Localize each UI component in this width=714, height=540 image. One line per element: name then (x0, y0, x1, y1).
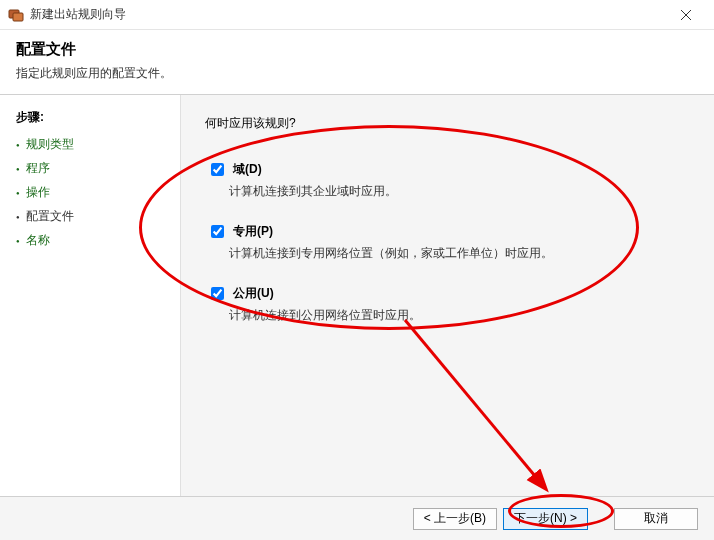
checkbox-public[interactable] (211, 287, 224, 300)
window-title: 新建出站规则向导 (30, 6, 666, 23)
close-button[interactable] (666, 0, 706, 29)
page-subtitle: 指定此规则应用的配置文件。 (16, 65, 698, 82)
label-public: 公用(U) (233, 285, 274, 302)
title-bar: 新建出站规则向导 (0, 0, 714, 30)
step-profile[interactable]: 配置文件 (16, 208, 164, 225)
cancel-button[interactable]: 取消 (614, 508, 698, 530)
option-public: 公用(U) 计算机连接到公用网络位置时应用。 (205, 284, 690, 324)
page-header: 配置文件 指定此规则应用的配置文件。 (0, 30, 714, 94)
step-name[interactable]: 名称 (16, 232, 164, 249)
app-icon (8, 7, 24, 23)
label-domain: 域(D) (233, 161, 262, 178)
step-rule-type[interactable]: 规则类型 (16, 136, 164, 153)
desc-domain: 计算机连接到其企业域时应用。 (229, 183, 690, 200)
option-private: 专用(P) 计算机连接到专用网络位置（例如，家或工作单位）时应用。 (205, 222, 690, 262)
checkbox-private[interactable] (211, 225, 224, 238)
wizard-body: 步骤: 规则类型 程序 操作 配置文件 名称 何时应用该规则? 域(D) 计算机… (0, 95, 714, 501)
steps-sidebar: 步骤: 规则类型 程序 操作 配置文件 名称 (0, 95, 180, 501)
step-action[interactable]: 操作 (16, 184, 164, 201)
wizard-footer: < 上一步(B) 下一步(N) > 取消 (0, 496, 714, 540)
svg-rect-1 (13, 13, 23, 21)
steps-title: 步骤: (16, 109, 164, 126)
desc-public: 计算机连接到公用网络位置时应用。 (229, 307, 690, 324)
content-question: 何时应用该规则? (205, 115, 690, 132)
checkbox-domain[interactable] (211, 163, 224, 176)
back-button[interactable]: < 上一步(B) (413, 508, 497, 530)
content-pane: 何时应用该规则? 域(D) 计算机连接到其企业域时应用。 专用(P) 计算机连接… (180, 95, 714, 501)
next-button[interactable]: 下一步(N) > (503, 508, 588, 530)
step-program[interactable]: 程序 (16, 160, 164, 177)
option-domain: 域(D) 计算机连接到其企业域时应用。 (205, 160, 690, 200)
desc-private: 计算机连接到专用网络位置（例如，家或工作单位）时应用。 (229, 245, 690, 262)
page-title: 配置文件 (16, 40, 698, 59)
label-private: 专用(P) (233, 223, 273, 240)
